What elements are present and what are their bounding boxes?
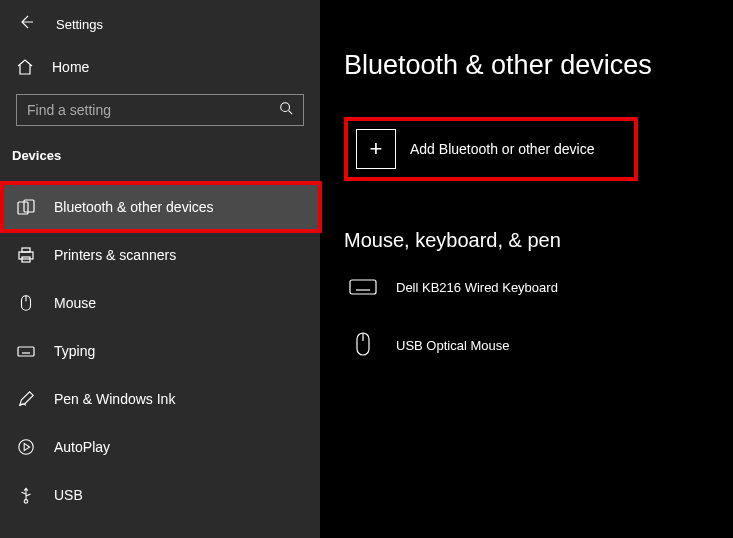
main-panel: Bluetooth & other devices + Add Bluetoot… <box>320 0 733 538</box>
header-title: Settings <box>56 17 103 32</box>
back-icon[interactable] <box>18 14 34 34</box>
keyboard-icon <box>16 341 36 361</box>
svg-rect-17 <box>350 280 376 294</box>
usb-icon <box>16 485 36 505</box>
bluetooth-devices-icon <box>16 197 36 217</box>
svg-rect-3 <box>19 252 33 259</box>
keyboard-icon <box>348 276 378 298</box>
nav-label: Printers & scanners <box>54 247 176 263</box>
nav-label: Pen & Windows Ink <box>54 391 175 407</box>
main-title: Bluetooth & other devices <box>344 50 709 81</box>
plus-icon: + <box>356 129 396 169</box>
add-device-button[interactable]: + Add Bluetooth or other device <box>344 117 638 181</box>
search-icon[interactable] <box>279 101 293 119</box>
home-icon <box>16 58 34 76</box>
nav-autoplay[interactable]: AutoPlay <box>0 423 320 471</box>
nav-label: Mouse <box>54 295 96 311</box>
home-label: Home <box>52 59 89 75</box>
nav-label: USB <box>54 487 83 503</box>
nav-printers[interactable]: Printers & scanners <box>0 231 320 279</box>
nav-typing[interactable]: Typing <box>0 327 320 375</box>
svg-point-14 <box>19 440 33 454</box>
nav-label: Bluetooth & other devices <box>54 199 214 215</box>
mouse-icon <box>348 334 378 356</box>
device-label: Dell KB216 Wired Keyboard <box>396 280 558 295</box>
nav-usb[interactable]: USB <box>0 471 320 519</box>
nav-label: Typing <box>54 343 95 359</box>
svg-rect-8 <box>18 347 34 356</box>
add-device-label: Add Bluetooth or other device <box>410 141 594 157</box>
search-box[interactable] <box>16 94 304 126</box>
nav-bluetooth-devices[interactable]: Bluetooth & other devices <box>0 183 320 231</box>
home-link[interactable]: Home <box>0 46 320 88</box>
printer-icon <box>16 245 36 265</box>
device-row[interactable]: USB Optical Mouse <box>344 326 709 384</box>
pen-icon <box>16 389 36 409</box>
sidebar: Settings Home Devices Bluetooth & other … <box>0 0 320 538</box>
device-category-title: Mouse, keyboard, & pen <box>344 229 709 252</box>
nav-mouse[interactable]: Mouse <box>0 279 320 327</box>
autoplay-icon <box>16 437 36 457</box>
nav-pen[interactable]: Pen & Windows Ink <box>0 375 320 423</box>
nav-label: AutoPlay <box>54 439 110 455</box>
header: Settings <box>0 0 320 46</box>
device-row[interactable]: Dell KB216 Wired Keyboard <box>344 268 709 326</box>
svg-rect-4 <box>22 248 30 252</box>
device-label: USB Optical Mouse <box>396 338 509 353</box>
svg-point-0 <box>281 103 290 112</box>
section-title: Devices <box>0 138 320 183</box>
search-input[interactable] <box>27 102 279 118</box>
mouse-icon <box>16 293 36 313</box>
